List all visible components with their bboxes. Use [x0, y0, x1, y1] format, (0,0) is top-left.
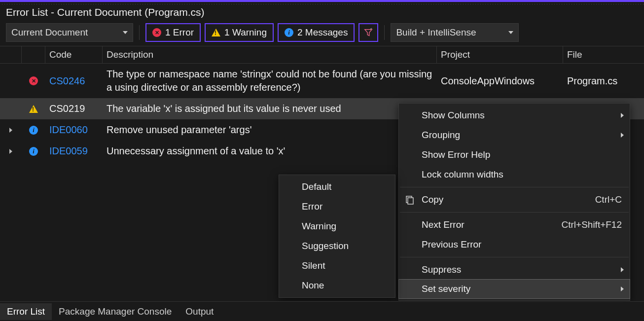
menu-label: Next Error: [422, 219, 465, 230]
column-expand[interactable]: [0, 46, 22, 63]
menu-label: Lock column widths: [422, 169, 503, 180]
warning-icon: [29, 105, 38, 113]
errors-filter-button[interactable]: 1 Error: [145, 23, 201, 42]
column-icon[interactable]: [22, 46, 45, 63]
error-icon: [152, 28, 161, 37]
clear-filters-button[interactable]: [358, 23, 378, 42]
menu-label: Grouping: [422, 130, 460, 141]
panel-title: Error List - Current Document (Program.c…: [0, 5, 644, 21]
tab-package-manager-console[interactable]: Package Manager Console: [52, 303, 179, 320]
row-description: Unnecessary assignment of a value to 'x': [103, 143, 437, 159]
expand-cell[interactable]: [0, 127, 22, 134]
menu-set-severity[interactable]: Set severity: [398, 279, 630, 299]
warnings-filter-label: 1 Warning: [224, 27, 267, 38]
source-dropdown-label: Build + IntelliSense: [396, 27, 476, 38]
chevron-right-icon: [9, 128, 12, 133]
row-description: Remove unused parameter 'args': [103, 122, 437, 138]
chevron-down-icon: [123, 31, 128, 34]
toolbar-separator: [384, 25, 385, 40]
menu-suppress[interactable]: Suppress: [399, 260, 630, 280]
source-dropdown[interactable]: Build + IntelliSense: [391, 23, 519, 42]
menu-label: Show Columns: [422, 110, 485, 121]
menu-label: Copy: [422, 194, 443, 205]
menu-lock-columns[interactable]: Lock column widths: [399, 165, 630, 184]
tab-error-list[interactable]: Error List: [0, 303, 52, 320]
expand-cell: [0, 80, 22, 82]
menu-separator: [400, 257, 629, 257]
menu-shortcut: Ctrl+C: [575, 194, 622, 205]
severity-error[interactable]: Error: [279, 197, 395, 216]
column-project[interactable]: Project: [437, 46, 563, 63]
severity-none[interactable]: None: [279, 276, 395, 295]
expand-cell[interactable]: [0, 148, 22, 155]
table-row[interactable]: CS0246 The type or namespace name 'strin…: [0, 64, 644, 98]
row-file: Program.cs: [563, 74, 644, 88]
column-code[interactable]: Code: [45, 46, 103, 63]
bottom-tabs: Error List Package Manager Console Outpu…: [0, 301, 644, 321]
menu-grouping[interactable]: Grouping: [399, 125, 630, 145]
severity-warning[interactable]: Warning: [279, 216, 395, 236]
messages-filter-button[interactable]: 2 Messages: [278, 23, 355, 42]
context-menu: Show Columns Grouping Show Error Help Lo…: [398, 103, 630, 301]
menu-label: Warning: [302, 221, 336, 232]
menu-label: Error: [302, 201, 322, 212]
scope-dropdown-label: Current Document: [11, 27, 88, 38]
row-icon-cell: [22, 125, 45, 136]
menu-label: Previous Error: [422, 239, 481, 250]
menu-separator: [400, 212, 629, 213]
row-icon-cell: [22, 104, 45, 114]
warning-icon: [212, 29, 220, 36]
row-code[interactable]: IDE0059: [45, 144, 103, 158]
table-header: Code Description Project File: [0, 46, 644, 64]
row-icon-cell: [22, 146, 45, 157]
toolbar: Current Document 1 Error 1 Warning 2 Mes…: [0, 21, 644, 46]
filter-icon: [364, 28, 373, 37]
menu-show-error-help[interactable]: Show Error Help: [399, 145, 630, 165]
menu-separator: [400, 187, 629, 187]
menu-shortcut: Ctrl+Shift+F12: [542, 219, 622, 230]
column-file[interactable]: File: [563, 46, 644, 63]
menu-label: None: [302, 280, 324, 291]
info-icon: [29, 147, 38, 156]
menu-next-error[interactable]: Next Error Ctrl+Shift+F12: [399, 215, 630, 235]
row-icon-cell: [22, 75, 45, 86]
menu-label: Show Error Help: [422, 149, 490, 160]
window-grip[interactable]: [0, 2, 644, 5]
severity-suggestion[interactable]: Suggestion: [279, 236, 395, 256]
error-icon: [29, 76, 38, 85]
menu-copy[interactable]: Copy Ctrl+C: [399, 190, 630, 210]
scope-dropdown[interactable]: Current Document: [6, 23, 133, 42]
severity-silent[interactable]: Silent: [279, 256, 395, 276]
menu-label: Suggestion: [302, 241, 349, 251]
menu-label: Silent: [302, 260, 325, 271]
menu-previous-error[interactable]: Previous Error: [399, 235, 630, 254]
chevron-right-icon: [9, 149, 12, 154]
severity-default[interactable]: Default: [279, 177, 395, 197]
info-icon: [285, 28, 293, 37]
menu-label: Set severity: [422, 284, 470, 294]
info-icon: [29, 126, 38, 135]
menu-show-columns[interactable]: Show Columns: [399, 106, 630, 125]
row-description: The type or namespace name 'stringx' cou…: [103, 67, 437, 95]
expand-cell: [0, 108, 22, 110]
severity-submenu: Default Error Warning Suggestion Silent …: [279, 175, 395, 298]
svg-rect-2: [408, 198, 413, 204]
copy-icon: [405, 195, 415, 205]
row-code[interactable]: CS0246: [45, 74, 103, 88]
errors-filter-label: 1 Error: [165, 27, 194, 38]
toolbar-separator: [139, 25, 140, 40]
chevron-down-icon: [508, 31, 513, 34]
menu-label: Default: [302, 181, 331, 192]
row-description: The variable 'x' is assigned but its val…: [103, 101, 437, 116]
row-code: CS0219: [45, 102, 103, 115]
row-code[interactable]: IDE0060: [45, 123, 103, 137]
menu-label: Suppress: [422, 264, 461, 275]
tab-output[interactable]: Output: [179, 303, 220, 320]
row-project: ConsoleAppWindows: [437, 74, 563, 88]
warnings-filter-button[interactable]: 1 Warning: [205, 23, 274, 42]
column-description[interactable]: Description: [103, 46, 437, 63]
messages-filter-label: 2 Messages: [297, 27, 348, 38]
